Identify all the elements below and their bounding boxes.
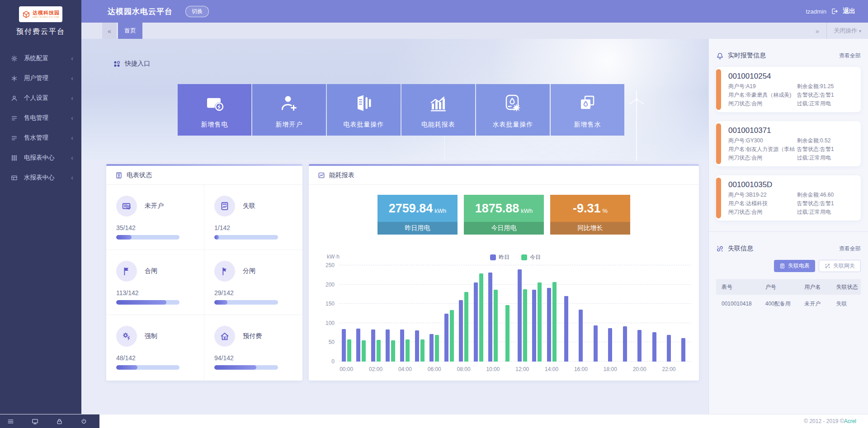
sidebar-item-1[interactable]: 用户管理‹ xyxy=(0,68,81,88)
alarm-meter-id: 0010010254 xyxy=(728,72,855,81)
logout-button[interactable]: 退出 xyxy=(843,7,855,15)
tab-home[interactable]: 首页 xyxy=(118,23,142,39)
bar-group-16:00: 16:00 xyxy=(574,265,588,362)
offline-gateway-button[interactable]: 失联网关 xyxy=(819,260,861,272)
lock-icon[interactable] xyxy=(56,418,63,425)
quick-entry-header: 快捷入口 xyxy=(113,60,150,68)
sidebar-item-4[interactable]: 售水管理‹ xyxy=(0,128,81,148)
offline-meter-button[interactable]: 失联电表 xyxy=(774,260,815,272)
offline-view-all-link[interactable]: 查看全部 xyxy=(839,245,861,253)
sidebar-item-3[interactable]: 售电管理‹ xyxy=(0,108,81,128)
bar-昨日-02:00 xyxy=(371,329,375,362)
bar-昨日-17:00 xyxy=(594,325,598,362)
tabs-scroll-right-icon[interactable]: » xyxy=(808,23,826,39)
sidebar-item-6[interactable]: 水报表中心‹ xyxy=(0,168,81,188)
sidebar: 达模科技园 DAMO TECHNOLOGY ZONE 预付费云平台 系统配置‹用… xyxy=(0,0,81,414)
chart-x-tick: 22:00 xyxy=(662,366,675,372)
kpi-label: 同比增长 xyxy=(550,222,630,235)
chart-x-tick: 18:00 xyxy=(604,366,617,372)
bar-昨日-08:00 xyxy=(459,300,463,362)
logout-icon[interactable] xyxy=(831,8,838,15)
kpi-unit: kWh xyxy=(521,207,533,214)
alarm-card-1[interactable]: 0010010371商户号:GY300剩余金额:0.52用户名:创友人力资源（李… xyxy=(716,121,861,166)
kpi-number: 1875.88 xyxy=(475,202,519,216)
switch-button[interactable]: 切换 xyxy=(185,6,209,17)
quick-button-add-user[interactable]: 新增开户 xyxy=(252,84,326,136)
tabs-scroll-left-icon[interactable]: « xyxy=(102,23,117,39)
alarm-detail-right: 剩余金额:46.60 xyxy=(797,191,855,199)
chart-y-tick: 100 xyxy=(326,320,335,326)
alarm-detail-row: 商户号:GY300剩余金额:0.52 xyxy=(728,136,855,145)
force-icon xyxy=(122,331,132,341)
sidebar-item-5[interactable]: 电报表中心‹ xyxy=(0,148,81,168)
legend-swatch xyxy=(490,254,496,260)
bar-昨日-01:00 xyxy=(356,329,360,362)
meter-small-icon xyxy=(779,263,785,269)
gear-icon xyxy=(11,55,18,62)
sidebar-item-2[interactable]: 个人设置‹ xyxy=(0,88,81,108)
legend-item-1[interactable]: 今日 xyxy=(521,254,541,261)
bar-昨日-14:00 xyxy=(547,288,551,362)
username[interactable]: tzadmin xyxy=(806,8,826,15)
alarm-detail-row: 用户名:创友人力资源（李桔告警状态:告警1 xyxy=(728,145,855,154)
quick-button-water-batch[interactable]: 水表批量操作 xyxy=(476,84,550,136)
close-actions-label: 关闭操作 xyxy=(834,27,857,35)
kpi-number: -9.31 xyxy=(573,202,601,216)
menu-icon[interactable] xyxy=(7,418,14,425)
quick-button-sell-electric[interactable]: 新增售电 xyxy=(178,84,251,136)
offline-col-header: 户号 xyxy=(765,283,804,291)
alarm-detail-left: 商户号:A19 xyxy=(728,82,797,91)
sidebar-item-label: 用户管理 xyxy=(24,74,71,82)
alarm-detail-left: 用户名:帝豪磨具（林成美) xyxy=(728,91,797,99)
bar-昨日-19:00 xyxy=(623,326,627,362)
bar-group-18:00: 18:00 xyxy=(603,265,618,362)
stat-progress-fill xyxy=(116,235,132,240)
alarm-detail-row: 闸刀状态:合闸过载:正常用电 xyxy=(728,99,855,108)
bar-昨日-18:00 xyxy=(608,328,612,362)
bar-group-17:00 xyxy=(588,265,603,362)
quick-entry-buttons: 新增售电新增开户电表批量操作电能耗报表水表批量操作新增售水 xyxy=(178,84,624,136)
legend-item-0[interactable]: 昨日 xyxy=(490,254,509,261)
list-icon xyxy=(11,115,18,122)
bar-group-01:00 xyxy=(354,265,368,362)
offline-table-row[interactable]: 0010010418400配备用未开户失联 xyxy=(716,295,861,313)
quick-button-energy-report[interactable]: 电能耗报表 xyxy=(401,84,475,136)
app-title: 达模园水电云平台 xyxy=(108,6,173,17)
power-icon[interactable] xyxy=(80,418,87,425)
stat-progress-fill xyxy=(214,365,256,370)
close-actions-dropdown[interactable]: 关闭操作 ▾ xyxy=(826,23,868,39)
offline-panel-title: 失联信息 xyxy=(728,245,753,253)
quick-entry-icon xyxy=(113,60,121,68)
alarm-detail-left: 闸刀状态:合闸 xyxy=(728,208,797,216)
logo-subtitle: DAMO TECHNOLOGY ZONE xyxy=(33,16,60,18)
quick-button-meter-batch[interactable]: 电表批量操作 xyxy=(327,84,401,136)
alarm-card-2[interactable]: 001001035D商户号:3B19-22剩余金额:46.60用户名:达模科技告… xyxy=(716,175,861,221)
chart-x-tick: 00:00 xyxy=(340,366,353,372)
bar-今日-04:00 xyxy=(406,339,410,362)
bar-group-04:00: 04:00 xyxy=(398,265,412,362)
alarm-detail-row: 用户名:达模科技告警状态:告警1 xyxy=(728,199,855,208)
bar-今日-08:00 xyxy=(464,292,468,362)
monitor-icon[interactable] xyxy=(32,418,38,425)
brand-logo: 达模科技园 DAMO TECHNOLOGY ZONE xyxy=(19,6,62,22)
stat-progress-track xyxy=(214,300,278,305)
chart-x-tick: 16:00 xyxy=(574,366,588,372)
alarm-card-0[interactable]: 0010010254商户号:A19剩余金额:91.25用户名:帝豪磨具（林成美)… xyxy=(716,67,861,112)
alarm-detail-left: 商户号:GY300 xyxy=(728,136,797,145)
sidebar-item-label: 系统配置 xyxy=(24,54,71,62)
stat-cell-1: 失联1/142 xyxy=(204,185,302,250)
quick-button-sell-water[interactable]: 新增售水 xyxy=(551,84,624,136)
bar-昨日-21:00 xyxy=(652,332,656,362)
stat-top: 预付费 xyxy=(214,326,293,347)
bar-今日-02:00 xyxy=(377,340,381,362)
sell-electric-icon xyxy=(205,93,225,113)
alarm-detail-left: 闸刀状态:合闸 xyxy=(728,99,797,108)
chart-y-tick: 150 xyxy=(326,301,335,307)
bar-昨日-20:00 xyxy=(637,330,642,362)
bar-昨日-06:00 xyxy=(429,334,434,362)
sidebar-item-0[interactable]: 系统配置‹ xyxy=(0,48,81,68)
quick-button-label: 电能耗报表 xyxy=(401,121,475,129)
stat-label: 失联 xyxy=(243,202,255,210)
alarm-view-all-link[interactable]: 查看全部 xyxy=(839,52,861,60)
copyright-text: © 2012 - 2019 © xyxy=(804,418,844,424)
